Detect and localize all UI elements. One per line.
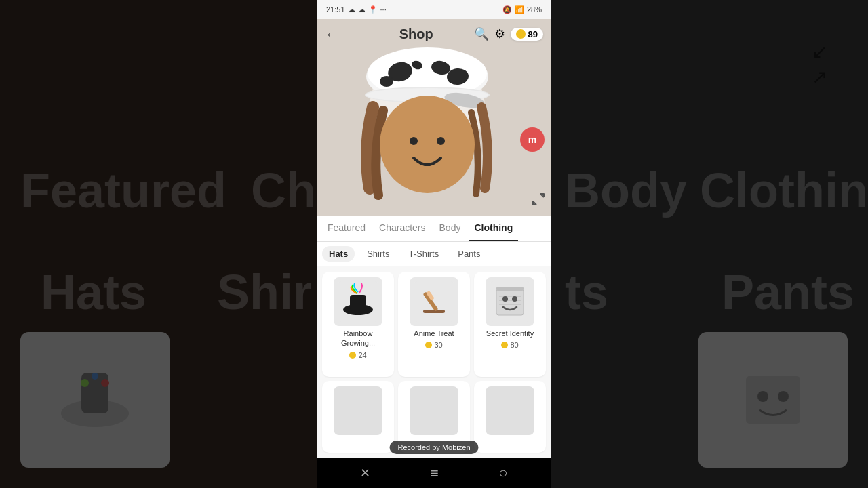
nav-close-button[interactable]: ✕: [360, 466, 370, 481]
item-image-placeholder-3: [486, 386, 534, 435]
shop-header: ← Shop 🔍 ⚙ 89: [317, 19, 551, 49]
avatar-display: [346, 39, 522, 216]
currency-badge: 89: [511, 28, 543, 41]
item-image-secret: [486, 277, 534, 326]
bg-label-body: Body: [565, 163, 687, 218]
svg-point-20: [410, 137, 418, 145]
phone-frame: 21:51 ☁ ☁ 📍 ··· 🔕 📶 28% ← Shop 🔍 ⚙ 89: [317, 0, 551, 488]
search-icon[interactable]: 🔍: [474, 26, 489, 41]
shop-header-icons: 🔍 ⚙ 89: [474, 26, 543, 41]
tab-clothing[interactable]: Clothing: [469, 216, 518, 241]
m-badge: m: [520, 127, 545, 152]
svg-point-19: [380, 96, 475, 193]
signal-icon: 📶: [515, 5, 524, 14]
item-card-secret[interactable]: Secret Identity 80: [474, 272, 546, 377]
tab-body[interactable]: Body: [434, 216, 467, 241]
item-card-rainbow[interactable]: Rainbow Growing... 24: [322, 272, 394, 377]
svg-rect-29: [423, 310, 445, 313]
more-icon: ···: [380, 5, 387, 14]
svg-point-4: [101, 379, 109, 387]
item-price-value-anime: 30: [434, 341, 442, 349]
svg-point-21: [437, 137, 445, 145]
tab-characters[interactable]: Characters: [374, 216, 431, 241]
avatar-area: ← Shop 🔍 ⚙ 89: [317, 19, 551, 216]
svg-point-37: [502, 296, 508, 302]
bg-label-shirts: Shir: [217, 264, 312, 320]
main-tabs: Featured Characters Body Clothing: [317, 216, 551, 242]
svg-point-3: [92, 373, 98, 380]
cloud-icon-2: ☁: [358, 5, 366, 14]
item-image-anime: [410, 277, 458, 326]
item-name-rainbow: Rainbow Growing...: [326, 329, 390, 348]
item-card-anime[interactable]: Anime Treat 30: [398, 272, 470, 377]
svg-point-7: [778, 391, 789, 402]
background-left: Featured Ch Hats Shir: [0, 0, 317, 488]
bg-label-featured: Featured: [20, 163, 226, 218]
subtab-shirts[interactable]: Shirts: [360, 246, 396, 262]
item-image-placeholder-1: [334, 386, 382, 435]
bg-label-clothing: Clothin: [700, 163, 868, 218]
bottom-nav: ✕ ≡ ○: [317, 458, 551, 488]
nav-home-button[interactable]: ○: [498, 464, 507, 482]
items-grid: Rainbow Growing... 24 Anime Treat 30: [317, 266, 551, 458]
status-right: 🔕 📶 28%: [502, 5, 542, 14]
item-price-rainbow: 24: [349, 351, 366, 359]
item-card-placeholder-3[interactable]: [474, 381, 546, 453]
item-image-placeholder-2: [410, 386, 458, 435]
mute-icon: 🔕: [502, 5, 512, 14]
item-price-anime: 30: [425, 341, 442, 349]
tab-featured[interactable]: Featured: [322, 216, 371, 241]
window-controls: ↙ ↗: [812, 41, 827, 88]
bg-label-pants: Pants: [722, 264, 854, 320]
item-coin-anime: [425, 342, 432, 348]
svg-point-14: [380, 76, 393, 87]
subtab-pants[interactable]: Pants: [451, 246, 487, 262]
shop-title: Shop: [399, 26, 433, 42]
sub-tabs: Hats Shirts T-Shirts Pants: [317, 242, 551, 266]
svg-rect-27: [350, 295, 366, 310]
subtab-tshirts[interactable]: T-Shirts: [401, 246, 446, 262]
item-image-rainbow: [334, 277, 382, 326]
svg-rect-39: [496, 287, 524, 291]
status-bar: 21:51 ☁ ☁ 📍 ··· 🔕 📶 28%: [317, 0, 551, 19]
item-name-anime: Anime Treat: [414, 329, 454, 338]
back-button[interactable]: ←: [325, 26, 338, 42]
cloud-icon: ☁: [348, 5, 355, 14]
bg-item-left: [20, 332, 170, 468]
settings-icon[interactable]: ⚙: [494, 26, 505, 41]
bg-label-ch: Ch: [251, 163, 316, 218]
item-card-placeholder-1[interactable]: [322, 381, 394, 453]
bg-label-hats: Hats: [41, 264, 146, 320]
svg-rect-33: [496, 289, 524, 315]
item-coin-secret: [501, 342, 508, 348]
currency-amount: 89: [528, 29, 538, 39]
item-coin-rainbow: [349, 352, 356, 359]
subtab-hats[interactable]: Hats: [322, 246, 355, 262]
bg-label-ts: ts: [565, 264, 608, 320]
battery-display: 28%: [527, 5, 542, 14]
nav-menu-button[interactable]: ≡: [431, 466, 439, 481]
svg-rect-28: [414, 281, 454, 322]
location-icon: 📍: [368, 5, 378, 14]
item-price-value-rainbow: 24: [358, 351, 366, 359]
time-display: 21:51: [326, 5, 345, 14]
status-left: 21:51 ☁ ☁ 📍 ···: [326, 5, 387, 14]
recording-badge: Recorded by Mobizen: [389, 441, 478, 454]
svg-rect-5: [746, 376, 800, 424]
svg-point-6: [757, 391, 768, 402]
item-price-value-secret: 80: [510, 341, 518, 349]
item-name-secret: Secret Identity: [486, 329, 534, 338]
svg-point-2: [81, 379, 89, 387]
bg-item-right: [698, 332, 848, 468]
recording-text: Recorded by Mobizen: [397, 443, 470, 451]
expand-icon[interactable]: [531, 192, 546, 210]
coin-icon: [516, 29, 526, 39]
svg-point-38: [512, 296, 517, 302]
item-price-secret: 80: [501, 341, 518, 349]
